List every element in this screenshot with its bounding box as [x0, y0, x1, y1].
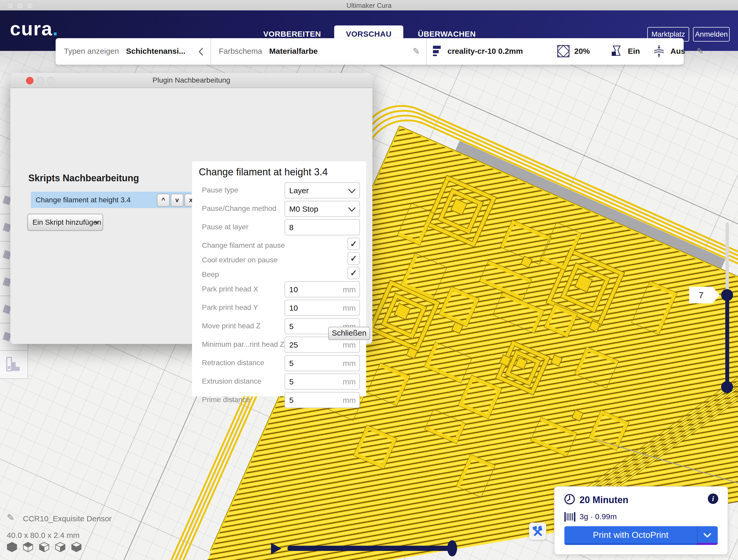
- window-title: Ultimaker Cura: [0, 2, 738, 10]
- adhesion-icon: [653, 44, 665, 59]
- field-row: Pause at layer8: [198, 219, 360, 235]
- qr-wall-segment: [424, 342, 472, 383]
- field-label: Pause at layer: [198, 219, 285, 231]
- model-name: CCR10_Exquisite Densor: [23, 514, 112, 523]
- field-label: Pause/Change method: [198, 201, 285, 213]
- field-label: Change filament at pause: [198, 238, 347, 249]
- view-left-icon[interactable]: [55, 542, 65, 552]
- print-time-estimate: 20 Minuten: [580, 495, 628, 505]
- field-input[interactable]: 8: [285, 219, 360, 235]
- field-label: Extrusion distance: [198, 374, 285, 386]
- adjust-tools-button[interactable]: [529, 523, 546, 540]
- qr-dot: [452, 323, 462, 333]
- script-settings-heading: Change filament at height 3.4: [199, 166, 360, 178]
- print-with-octoprint-button[interactable]: Print with OctoPrint: [565, 526, 697, 545]
- field-checkbox[interactable]: ✓: [347, 238, 360, 250]
- chevron-down-icon: [348, 188, 356, 194]
- edit-color-scheme-icon[interactable]: ✎: [413, 46, 420, 56]
- support-blocker-icon: [0, 351, 27, 378]
- field-label: Park print head Y: [198, 300, 285, 312]
- layer-slider-range[interactable]: [725, 295, 729, 387]
- info-icon[interactable]: i: [708, 494, 718, 504]
- cura-logo: cura.: [10, 18, 58, 40]
- chevron-down-icon: [348, 207, 356, 212]
- print-profile-layers-icon: [433, 46, 442, 58]
- tool-icon: [3, 277, 11, 287]
- tool-icon: [3, 250, 11, 260]
- print-job-panel: 20 Minuten 3g · 0.99m i Print with OctoP…: [554, 486, 728, 555]
- add-script-dropdown[interactable]: Ein Skript hinzufügen: [27, 214, 103, 231]
- chevron-left-icon[interactable]: [198, 47, 204, 56]
- simulation-slider-track[interactable]: [287, 546, 452, 551]
- qr-wall-segment: [493, 293, 544, 333]
- support-icon: [611, 45, 622, 58]
- field-label: Retraction distance: [198, 355, 285, 367]
- view-3d-icon[interactable]: [7, 542, 17, 552]
- infill-icon: [557, 45, 570, 58]
- view-right-icon[interactable]: [71, 542, 82, 552]
- os-titlebar: Ultimaker Cura: [0, 0, 738, 11]
- field-input[interactable]: 5mm: [285, 392, 360, 408]
- logo-dot: .: [52, 18, 58, 39]
- view-type-dropdown[interactable]: Schichtenansi...: [126, 47, 185, 56]
- move-script-up-button[interactable]: ^: [157, 194, 170, 207]
- qr-wall-segment: [531, 418, 577, 456]
- field-label: Beep: [198, 267, 347, 279]
- field-row: Beep✓: [198, 267, 360, 279]
- support-value: Ein: [628, 47, 640, 56]
- field-row: Cool extruder on pause✓: [198, 252, 360, 265]
- view-front-icon[interactable]: [23, 542, 33, 552]
- field-select[interactable]: Layer: [285, 182, 360, 198]
- qr-wall-segment: [425, 410, 465, 443]
- qr-wall-segment: [632, 281, 677, 334]
- move-script-down-button[interactable]: v: [171, 194, 183, 207]
- post-processing-dialog: Plugin Nachbearbeitung Skripts Nachbearb…: [10, 73, 372, 344]
- field-input[interactable]: 5mm: [285, 374, 360, 390]
- field-checkbox[interactable]: ✓: [347, 252, 360, 265]
- field-input[interactable]: 10mm: [285, 281, 360, 298]
- field-input[interactable]: 5mm: [285, 355, 360, 371]
- field-input[interactable]: 10mm: [285, 300, 360, 316]
- scripts-heading: Skripts Nachbearbeitung: [28, 173, 139, 184]
- sidebar-tool-button[interactable]: [0, 350, 28, 379]
- tool-icon: [3, 305, 11, 314]
- field-row: Pause typeLayer: [198, 182, 360, 198]
- field-row: Pause/Change methodM0 Stop: [198, 201, 360, 217]
- printer-profile-dropdown[interactable]: creality-cr-10 0.2mm: [447, 47, 523, 56]
- layer-slider-bottom-handle[interactable]: [721, 381, 733, 393]
- field-row: Change filament at pause✓: [198, 238, 360, 250]
- rename-model-icon[interactable]: ✎: [7, 512, 15, 523]
- layer-slider-top-handle[interactable]: [721, 289, 733, 301]
- dialog-titlebar[interactable]: Plugin Nachbearbeitung: [10, 73, 372, 88]
- preview-toolbar: Typen anzeigen Schichtenansi... Farbsche…: [56, 38, 684, 65]
- field-label: Park print head X: [198, 281, 285, 293]
- dialog-close-action-button[interactable]: Schließen: [328, 327, 370, 340]
- play-button[interactable]: [271, 543, 282, 554]
- chevron-down-icon: [703, 532, 712, 538]
- color-scheme-dropdown[interactable]: Materialfarbe: [269, 47, 318, 56]
- tool-icon: [3, 332, 11, 342]
- field-row: Extrusion distance5mm: [198, 374, 360, 390]
- qr-dot: [573, 410, 583, 421]
- qr-dot: [551, 355, 562, 366]
- field-select[interactable]: M0 Stop: [285, 201, 360, 217]
- simulation-slider-handle[interactable]: [447, 540, 457, 556]
- dialog-title: Plugin Nachbearbeitung: [10, 76, 372, 84]
- script-settings-panel: Change filament at height 3.4 Pause type…: [192, 161, 366, 396]
- print-options-dropdown[interactable]: [697, 526, 718, 545]
- edit-print-settings-icon[interactable]: ✎: [696, 46, 704, 56]
- material-estimate: 3g · 0.99m: [580, 512, 617, 521]
- hammer-wrench-icon: [529, 523, 546, 540]
- qr-wall-segment: [458, 375, 501, 419]
- field-label: Minimum par...rint head Z: [198, 337, 285, 349]
- view-top-icon[interactable]: [39, 542, 49, 552]
- infill-value: 20%: [574, 47, 590, 56]
- selected-script-item[interactable]: Change filament at height 3.4 ^ v x: [31, 192, 192, 208]
- model-dimensions: 40.0 x 80.0 x 2.4 mm: [7, 531, 79, 540]
- clock-icon: [564, 494, 575, 505]
- signin-button[interactable]: Anmelden: [693, 27, 730, 42]
- field-row: Prime distance5mm: [198, 392, 360, 408]
- field-checkbox[interactable]: ✓: [347, 267, 360, 279]
- field-label: Move print head Z: [198, 318, 285, 330]
- cura-app-window: ✎ CCR10_Exquisite Densor 40.0 x 80.0 x 2…: [0, 0, 738, 560]
